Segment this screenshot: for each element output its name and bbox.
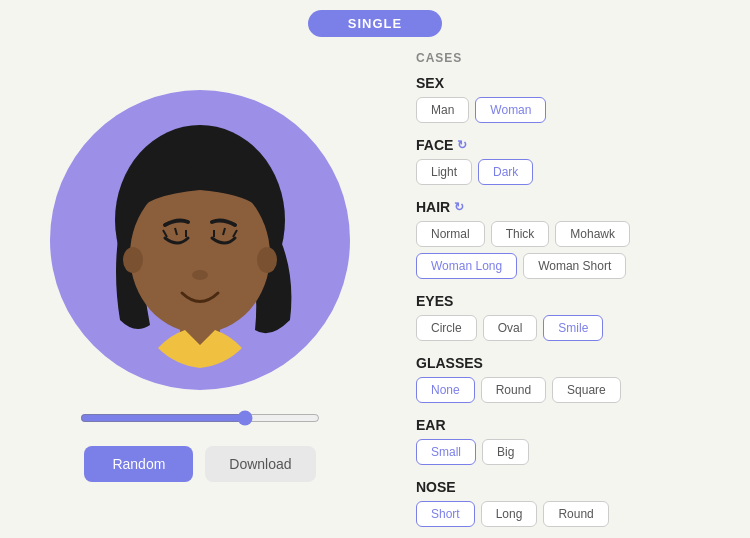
svg-point-4 bbox=[257, 247, 277, 273]
label-glasses: GLASSES bbox=[416, 355, 734, 371]
opt-ear-small[interactable]: Small bbox=[416, 439, 476, 465]
group-eyes: EYESCircleOvalSmile bbox=[416, 293, 734, 341]
opt-face-light[interactable]: Light bbox=[416, 159, 472, 185]
opt-glasses-none[interactable]: None bbox=[416, 377, 475, 403]
opt-hair-normal[interactable]: Normal bbox=[416, 221, 485, 247]
opt-hair-mohawk[interactable]: Mohawk bbox=[555, 221, 630, 247]
options-container: SEXManWomanFACE↻LightDarkHAIR↻NormalThic… bbox=[416, 75, 734, 527]
options-sex: ManWoman bbox=[416, 97, 734, 123]
download-button[interactable]: Download bbox=[205, 446, 315, 482]
group-sex: SEXManWoman bbox=[416, 75, 734, 123]
options-nose: ShortLongRound bbox=[416, 501, 734, 527]
opt-face-dark[interactable]: Dark bbox=[478, 159, 533, 185]
opt-nose-short[interactable]: Short bbox=[416, 501, 475, 527]
right-panel: CASES SEXManWomanFACE↻LightDarkHAIR↻Norm… bbox=[400, 43, 750, 538]
size-slider[interactable] bbox=[80, 410, 320, 426]
label-sex: SEX bbox=[416, 75, 734, 91]
left-panel: Random Download bbox=[0, 43, 400, 538]
group-ear: EARSmallBig bbox=[416, 417, 734, 465]
refresh-icon-hair[interactable]: ↻ bbox=[454, 200, 464, 214]
opt-hair-thick[interactable]: Thick bbox=[491, 221, 550, 247]
label-ear: EAR bbox=[416, 417, 734, 433]
opt-ear-big[interactable]: Big bbox=[482, 439, 529, 465]
label-eyes: EYES bbox=[416, 293, 734, 309]
avatar-circle bbox=[50, 90, 350, 390]
opt-nose-round[interactable]: Round bbox=[543, 501, 608, 527]
opt-eyes-smile[interactable]: Smile bbox=[543, 315, 603, 341]
group-nose: NOSEShortLongRound bbox=[416, 479, 734, 527]
group-hair: HAIR↻NormalThickMohawkWoman LongWoman Sh… bbox=[416, 199, 734, 279]
opt-glasses-square[interactable]: Square bbox=[552, 377, 621, 403]
group-glasses: GLASSESNoneRoundSquare bbox=[416, 355, 734, 403]
opt-sex-man[interactable]: Man bbox=[416, 97, 469, 123]
opt-hair-woman-long[interactable]: Woman Long bbox=[416, 253, 517, 279]
options-eyes: CircleOvalSmile bbox=[416, 315, 734, 341]
label-nose: NOSE bbox=[416, 479, 734, 495]
opt-nose-long[interactable]: Long bbox=[481, 501, 538, 527]
options-hair: NormalThickMohawkWoman LongWoman Short bbox=[416, 221, 734, 279]
cases-title: CASES bbox=[416, 51, 734, 65]
opt-hair-woman-short[interactable]: Woman Short bbox=[523, 253, 626, 279]
options-face: LightDark bbox=[416, 159, 734, 185]
svg-point-11 bbox=[192, 270, 208, 280]
refresh-icon-face[interactable]: ↻ bbox=[457, 138, 467, 152]
bottom-buttons: Random Download bbox=[84, 446, 315, 482]
single-button[interactable]: SINGLE bbox=[308, 10, 442, 37]
avatar-svg bbox=[70, 100, 330, 380]
opt-eyes-oval[interactable]: Oval bbox=[483, 315, 538, 341]
options-ear: SmallBig bbox=[416, 439, 734, 465]
label-hair: HAIR↻ bbox=[416, 199, 734, 215]
options-glasses: NoneRoundSquare bbox=[416, 377, 734, 403]
opt-sex-woman[interactable]: Woman bbox=[475, 97, 546, 123]
opt-eyes-circle[interactable]: Circle bbox=[416, 315, 477, 341]
opt-glasses-round[interactable]: Round bbox=[481, 377, 546, 403]
random-button[interactable]: Random bbox=[84, 446, 193, 482]
slider-container bbox=[80, 410, 320, 430]
group-face: FACE↻LightDark bbox=[416, 137, 734, 185]
svg-point-3 bbox=[123, 247, 143, 273]
label-face: FACE↻ bbox=[416, 137, 734, 153]
